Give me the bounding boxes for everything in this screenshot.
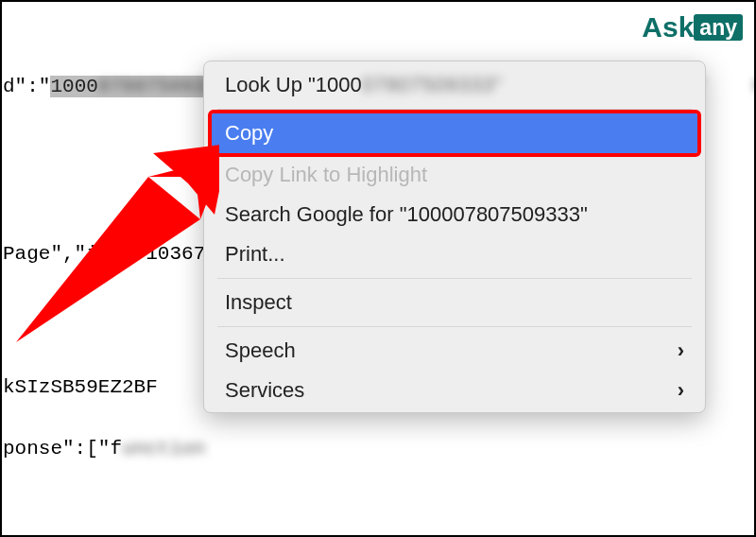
menu-separator [217,326,692,327]
askany-watermark: Askany [642,11,743,43]
chevron-right-icon: › [678,378,684,403]
context-menu: Look Up "100007807509333" Copy Copy Link… [203,61,706,413]
menu-print[interactable]: Print... [204,234,705,274]
menu-separator [217,278,692,279]
menu-speech[interactable]: Speech › [204,331,705,371]
menu-inspect[interactable]: Inspect [204,283,705,322]
chevron-right-icon: › [678,338,684,363]
menu-look-up[interactable]: Look Up "100007807509333" [204,65,705,105]
menu-search-google[interactable]: Search Google for "100007807509333" [204,195,705,234]
menu-services[interactable]: Services › [204,371,705,410]
menu-copy-link-to-highlight: Copy Link to Highlight [204,155,705,195]
menu-separator [217,109,692,110]
menu-copy[interactable]: Copy [212,113,697,153]
code-line-4: ponse":["function lengt [2,439,754,462]
